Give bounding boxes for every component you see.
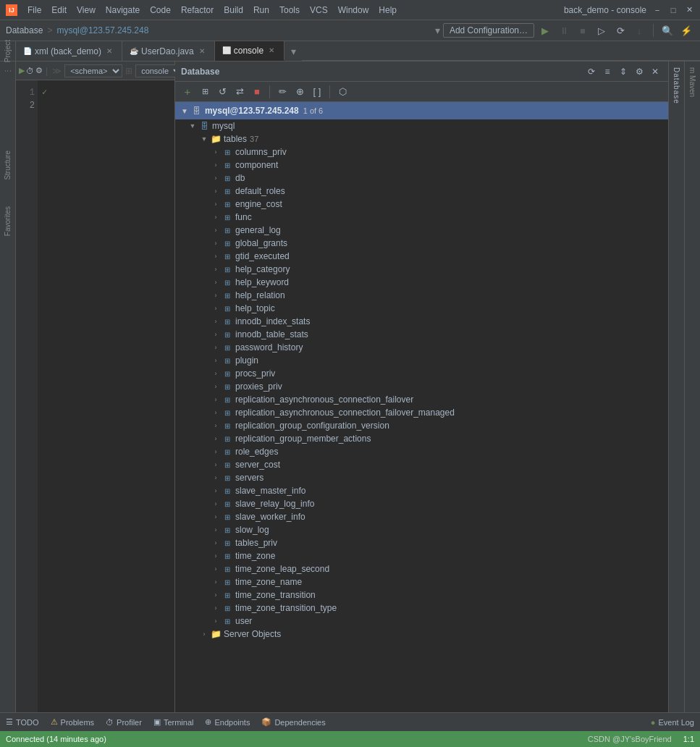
tree-item-proxies-priv[interactable]: › ⊞ proxies_priv: [175, 380, 668, 393]
maven-tab[interactable]: m Maven: [687, 62, 698, 103]
filter-btn[interactable]: ≡: [600, 64, 615, 79]
menu-edit[interactable]: Edit: [47, 4, 71, 17]
settings-btn[interactable]: ⚙: [632, 64, 646, 79]
tree-item-engine-cost[interactable]: › ⊞ engine_cost: [175, 198, 668, 211]
jump-btn[interactable]: ⊕: [292, 84, 308, 100]
menu-view[interactable]: View: [72, 4, 100, 17]
todo-item[interactable]: ☰ TODO: [6, 717, 39, 727]
tree-item-replication-async-failover-managed[interactable]: › ⊞ replication_asynchronous_connection_…: [175, 406, 668, 419]
filter2-btn[interactable]: ⬡: [334, 84, 350, 100]
profiler-item[interactable]: ⏱ Profiler: [106, 718, 142, 727]
tree-item-global-grants[interactable]: › ⊞ global_grants: [175, 237, 668, 250]
run-button[interactable]: ▶: [537, 22, 553, 38]
menu-navigate[interactable]: Navigate: [101, 4, 144, 17]
schema-select[interactable]: <schema>: [64, 64, 122, 77]
tree-item-user[interactable]: › ⊞ user: [175, 615, 668, 628]
code-content[interactable]: ✓: [38, 80, 174, 712]
edit-btn[interactable]: ✏: [274, 84, 290, 100]
tab-xml[interactable]: 📄 xml (back_demo) ✕: [16, 41, 122, 61]
tree-server-objects[interactable]: › 📁 Server Objects: [175, 628, 668, 641]
tab-xml-close[interactable]: ✕: [104, 46, 114, 56]
menu-build[interactable]: Build: [219, 4, 248, 17]
tree-item-help-relation[interactable]: › ⊞ help_relation: [175, 289, 668, 302]
left-panel-label[interactable]: ⋮: [2, 62, 13, 80]
close-panel-btn[interactable]: ✕: [648, 64, 662, 79]
run-query-btn[interactable]: ▶: [19, 64, 25, 78]
menu-help[interactable]: Help: [374, 4, 401, 17]
tree-item-help-keyword[interactable]: › ⊞ help_keyword: [175, 276, 668, 289]
tree-item-replication-group-config-version[interactable]: › ⊞ replication_group_configuration_vers…: [175, 419, 668, 432]
tree-item-slow-log[interactable]: › ⊞ slow_log: [175, 523, 668, 536]
sync-btn[interactable]: ⟳: [584, 64, 599, 79]
tree-item-time-zone-transition-type[interactable]: › ⊞ time_zone_transition_type: [175, 602, 668, 615]
favorites-tab[interactable]: Favorites: [2, 201, 13, 242]
tab-add-button[interactable]: ▾: [284, 41, 302, 61]
tree-item-columns-priv[interactable]: › ⊞ columns_priv: [175, 145, 668, 159]
tab-userdao-close[interactable]: ✕: [197, 46, 207, 56]
tree-item-plugin[interactable]: › ⊞ plugin: [175, 354, 668, 367]
tree-item-time-zone[interactable]: › ⊞ time_zone: [175, 549, 668, 562]
sync2-btn[interactable]: ⇄: [232, 84, 248, 100]
tree-item-tables-priv[interactable]: › ⊞ tables_priv: [175, 536, 668, 549]
menu-run[interactable]: Run: [249, 4, 274, 17]
terminal-item[interactable]: ▣ Terminal: [153, 717, 194, 727]
tree-item-help-topic[interactable]: › ⊞ help_topic: [175, 302, 668, 315]
connection-name[interactable]: mysql@123.57.245.248: [205, 106, 299, 116]
tree-item-time-zone-leap-second[interactable]: › ⊞ time_zone_leap_second: [175, 562, 668, 575]
tree-item-innodb-index-stats[interactable]: › ⊞ innodb_index_stats: [175, 315, 668, 328]
menu-file[interactable]: File: [23, 4, 46, 17]
coverage-button[interactable]: ▷: [594, 22, 610, 38]
tree-item-slave-worker-info[interactable]: › ⊞ slave_worker_info: [175, 510, 668, 523]
tree-mysql-db[interactable]: ▼ 🗄 mysql: [175, 119, 668, 132]
profile-button[interactable]: ⟳: [612, 22, 628, 38]
close-button[interactable]: ✕: [684, 5, 694, 15]
stop-db-btn[interactable]: ■: [249, 84, 265, 100]
endpoints-item[interactable]: ⊕ Endpoints: [205, 717, 250, 727]
tree-item-password-history[interactable]: › ⊞ password_history: [175, 341, 668, 354]
tab-userdao[interactable]: ☕ UserDao.java ✕: [122, 41, 215, 61]
tree-item-component[interactable]: › ⊞ component: [175, 159, 668, 172]
tree-item-time-zone-name[interactable]: › ⊞ time_zone_name: [175, 575, 668, 588]
breadcrumb-connection[interactable]: mysql@123.57.245.248: [56, 25, 148, 35]
maximize-button[interactable]: □: [668, 5, 678, 15]
tree-item-server-cost[interactable]: › ⊞ server_cost: [175, 458, 668, 471]
menu-code[interactable]: Code: [146, 4, 175, 17]
refresh-btn[interactable]: ↺: [214, 84, 230, 100]
menu-window[interactable]: Window: [334, 4, 374, 17]
tree-item-time-zone-transition[interactable]: › ⊞ time_zone_transition: [175, 588, 668, 602]
tree-item-default-roles[interactable]: › ⊞ default_roles: [175, 185, 668, 198]
menu-vcs[interactable]: VCS: [305, 4, 332, 17]
dependencies-item[interactable]: 📦 Dependencies: [261, 717, 325, 727]
problems-item[interactable]: ⚠ Problems: [51, 717, 94, 727]
search-button[interactable]: 🔍: [659, 22, 675, 38]
tab-console[interactable]: ⬜ console ✕: [215, 41, 284, 61]
tree-item-func[interactable]: › ⊞ func: [175, 211, 668, 224]
tree-item-help-category[interactable]: › ⊞ help_category: [175, 263, 668, 276]
project-sidebar-tab[interactable]: Project: [4, 40, 12, 62]
tree-item-general-log[interactable]: › ⊞ general_log: [175, 224, 668, 237]
schedule-btn[interactable]: ⏱: [26, 64, 34, 78]
tree-tables-folder[interactable]: ▼ 📁 tables 37: [175, 132, 668, 145]
tree-item-slave-master-info[interactable]: › ⊞ slave_master_info: [175, 484, 668, 497]
tree-item-replication-async-failover[interactable]: › ⊞ replication_asynchronous_connection_…: [175, 393, 668, 406]
db-tree[interactable]: ▼ 🗄 mysql ▼ 📁 tables 37 › ⊞ columns_priv…: [175, 119, 668, 712]
tree-item-gtid-executed[interactable]: › ⊞ gtid_executed: [175, 250, 668, 263]
menu-refactor[interactable]: Refactor: [177, 4, 218, 17]
tree-item-db[interactable]: › ⊞ db: [175, 172, 668, 185]
minimize-button[interactable]: −: [652, 5, 662, 15]
database-right-tab[interactable]: Database: [671, 62, 682, 110]
event-log-label[interactable]: Event Log: [658, 718, 694, 727]
tree-item-procs-priv[interactable]: › ⊞ procs_priv: [175, 367, 668, 380]
db-icon-btn[interactable]: ⊞: [197, 84, 213, 100]
breadcrumb-database[interactable]: Database: [6, 25, 43, 35]
tree-item-role-edges[interactable]: › ⊞ role_edges: [175, 445, 668, 458]
notifications-button[interactable]: ⚡: [678, 22, 694, 38]
tree-item-slave-relay-log-info[interactable]: › ⊞ slave_relay_log_info: [175, 497, 668, 510]
add-configuration-button[interactable]: Add Configuration…: [443, 23, 534, 38]
structure-tab[interactable]: Structure: [2, 145, 13, 186]
settings-btn[interactable]: ⚙: [35, 64, 43, 78]
add-db-btn[interactable]: +: [180, 84, 195, 100]
ddl-btn[interactable]: [ ]: [309, 84, 325, 100]
tree-item-servers[interactable]: › ⊞ servers: [175, 471, 668, 484]
layout-btn[interactable]: ⇕: [616, 64, 631, 79]
